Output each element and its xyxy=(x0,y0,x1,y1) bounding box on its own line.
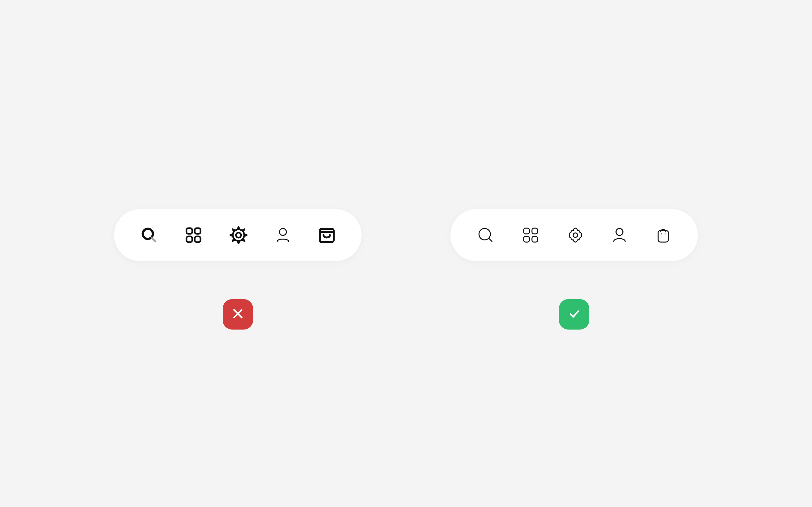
apps-icon[interactable] xyxy=(521,226,540,245)
svg-rect-9 xyxy=(320,229,334,242)
svg-point-8 xyxy=(280,228,287,235)
svg-rect-5 xyxy=(195,236,200,242)
svg-rect-3 xyxy=(195,228,200,234)
profile-icon[interactable] xyxy=(274,226,292,244)
example-bad xyxy=(114,209,362,330)
svg-point-7 xyxy=(233,229,244,241)
shopping-bag-icon[interactable] xyxy=(317,226,336,245)
svg-rect-15 xyxy=(524,236,529,242)
profile-icon[interactable] xyxy=(611,226,628,244)
example-good xyxy=(450,209,698,330)
svg-rect-14 xyxy=(532,228,538,234)
tabbar-bad xyxy=(114,209,362,261)
svg-line-1 xyxy=(152,238,155,241)
settings-icon[interactable] xyxy=(566,226,585,245)
svg-rect-2 xyxy=(187,228,192,234)
svg-rect-16 xyxy=(532,236,538,242)
svg-line-12 xyxy=(489,238,492,241)
status-incorrect xyxy=(223,299,253,330)
status-correct xyxy=(559,299,589,330)
settings-icon[interactable] xyxy=(229,225,249,245)
search-icon[interactable] xyxy=(476,226,495,245)
search-icon[interactable] xyxy=(140,226,159,245)
svg-point-20 xyxy=(664,233,665,234)
svg-rect-13 xyxy=(524,228,529,234)
check-icon xyxy=(567,307,581,322)
x-icon xyxy=(231,307,245,322)
tabbar-good xyxy=(450,209,698,261)
shopping-bag-icon[interactable] xyxy=(654,226,672,244)
svg-point-18 xyxy=(616,228,623,235)
svg-point-19 xyxy=(661,233,662,234)
svg-point-6 xyxy=(236,233,241,238)
svg-point-17 xyxy=(573,233,577,237)
svg-rect-4 xyxy=(187,236,192,242)
apps-icon[interactable] xyxy=(184,226,203,245)
